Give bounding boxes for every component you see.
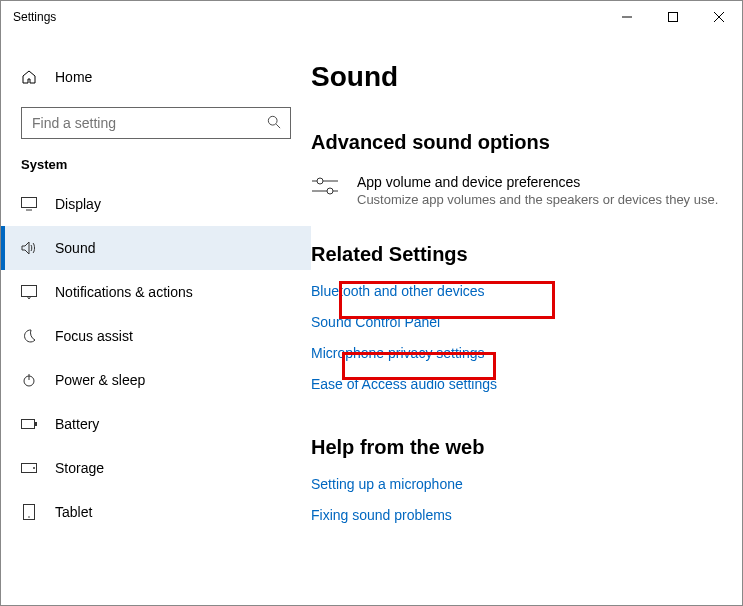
sidebar-item-label: Focus assist xyxy=(55,328,133,344)
advanced-item-desc: Customize app volumes and the speakers o… xyxy=(357,192,718,209)
maximize-button[interactable] xyxy=(650,1,696,33)
moon-icon xyxy=(21,329,37,343)
svg-rect-12 xyxy=(35,422,37,426)
sidebar-item-sound[interactable]: Sound xyxy=(1,226,311,270)
link-help-sound-problems[interactable]: Fixing sound problems xyxy=(311,507,452,523)
sidebar-item-focus[interactable]: Focus assist xyxy=(1,314,311,358)
link-bluetooth[interactable]: Bluetooth and other devices xyxy=(311,283,485,299)
close-button[interactable] xyxy=(696,1,742,33)
sidebar-item-notifications[interactable]: Notifications & actions xyxy=(1,270,311,314)
link-sound-control-panel[interactable]: Sound Control Panel xyxy=(311,314,440,330)
sidebar-item-battery[interactable]: Battery xyxy=(1,402,311,446)
advanced-app-volume[interactable]: App volume and device preferences Custom… xyxy=(311,174,722,209)
page-title: Sound xyxy=(311,61,722,93)
minimize-button[interactable] xyxy=(604,1,650,33)
svg-point-14 xyxy=(33,467,35,469)
sidebar-item-label: Display xyxy=(55,196,101,212)
sidebar-item-label: Tablet xyxy=(55,504,92,520)
tablet-icon xyxy=(21,504,37,520)
svg-rect-8 xyxy=(22,286,37,297)
home-icon xyxy=(21,69,37,85)
sidebar-item-label: Battery xyxy=(55,416,99,432)
sidebar-item-storage[interactable]: Storage xyxy=(1,446,311,490)
sidebar-item-label: Notifications & actions xyxy=(55,284,193,300)
svg-point-18 xyxy=(317,178,323,184)
titlebar: Settings xyxy=(1,1,742,33)
slider-icon xyxy=(311,174,339,209)
search-icon xyxy=(267,115,281,133)
home-button[interactable]: Home xyxy=(1,59,311,95)
window-controls xyxy=(604,1,742,33)
svg-line-5 xyxy=(276,124,280,128)
sidebar-item-power[interactable]: Power & sleep xyxy=(1,358,311,402)
notification-icon xyxy=(21,285,37,299)
svg-rect-11 xyxy=(22,420,35,429)
svg-rect-6 xyxy=(22,198,37,208)
sidebar-item-label: Sound xyxy=(55,240,95,256)
advanced-item-title: App volume and device preferences xyxy=(357,174,718,190)
active-indicator xyxy=(1,226,5,270)
window-title: Settings xyxy=(13,10,56,24)
search-box[interactable] xyxy=(21,107,291,139)
svg-point-20 xyxy=(327,188,333,194)
sidebar: Home System Display Sound Notifications … xyxy=(1,33,311,605)
battery-icon xyxy=(21,419,37,429)
svg-rect-1 xyxy=(669,13,678,22)
display-icon xyxy=(21,197,37,211)
sidebar-item-label: Storage xyxy=(55,460,104,476)
link-microphone-privacy[interactable]: Microphone privacy settings xyxy=(311,345,485,361)
sidebar-item-label: Power & sleep xyxy=(55,372,145,388)
power-icon xyxy=(21,373,37,387)
link-help-microphone[interactable]: Setting up a microphone xyxy=(311,476,463,492)
sidebar-item-display[interactable]: Display xyxy=(1,182,311,226)
search-input[interactable] xyxy=(21,107,291,139)
advanced-heading: Advanced sound options xyxy=(311,131,722,154)
home-label: Home xyxy=(55,69,92,85)
link-ease-of-access-audio[interactable]: Ease of Access audio settings xyxy=(311,376,497,392)
svg-point-16 xyxy=(28,516,30,518)
speaker-icon xyxy=(21,241,37,255)
section-title: System xyxy=(1,157,311,182)
related-heading: Related Settings xyxy=(311,243,722,266)
help-heading: Help from the web xyxy=(311,436,722,459)
main-pane: Sound Advanced sound options App volume … xyxy=(311,33,742,605)
svg-point-4 xyxy=(268,116,277,125)
sidebar-item-tablet[interactable]: Tablet xyxy=(1,490,311,534)
storage-icon xyxy=(21,463,37,473)
